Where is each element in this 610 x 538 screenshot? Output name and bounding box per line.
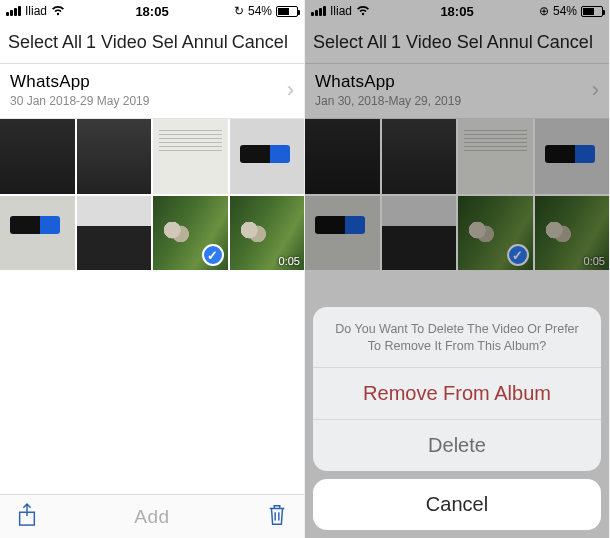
remove-from-album-button[interactable]: Remove From Album — [313, 368, 601, 420]
right-screen: Iliad 18:05 ⊕ 54% Select All 1 Video Sel… — [305, 0, 610, 538]
bottom-toolbar: Add — [0, 494, 304, 538]
video-thumbnail-selected[interactable]: ✓ — [153, 196, 228, 271]
carrier-label: Iliad — [25, 4, 47, 18]
photo-thumbnail[interactable] — [0, 196, 75, 271]
annul-button[interactable]: Annul — [487, 32, 533, 53]
wifi-icon — [51, 4, 65, 19]
video-thumbnail[interactable]: 0:05 — [535, 196, 610, 271]
nav-bar: Select All 1 Video Sel Annul Cancel — [0, 22, 304, 64]
cancel-button[interactable]: Cancel — [232, 32, 288, 53]
photo-thumbnail[interactable] — [382, 119, 457, 194]
add-to-button[interactable]: Add — [134, 506, 169, 528]
clock: 18:05 — [440, 4, 473, 19]
album-header[interactable]: WhatsApp 30 Jan 2018-29 May 2019 › — [0, 64, 304, 119]
status-bar: Iliad 18:05 ↻ 54% — [0, 0, 304, 22]
chevron-right-icon: › — [592, 77, 599, 103]
selection-count: 1 Video Sel — [391, 32, 483, 53]
trash-button[interactable] — [266, 502, 288, 532]
sheet-message: Do You Want To Delete The Video Or Prefe… — [313, 307, 601, 368]
battery-icon — [276, 6, 298, 17]
status-bar: Iliad 18:05 ⊕ 54% — [305, 0, 609, 22]
photo-thumbnail[interactable] — [458, 119, 533, 194]
rotation-lock-icon: ↻ — [234, 4, 244, 18]
photo-thumbnail[interactable] — [0, 119, 75, 194]
nav-bar: Select All 1 Video Sel Annul Cancel — [305, 22, 609, 64]
album-header[interactable]: WhatsApp Jan 30, 2018-May 29, 2019 › — [305, 64, 609, 119]
album-date-range: 30 Jan 2018-29 May 2019 — [10, 94, 149, 108]
left-screen: Iliad 18:05 ↻ 54% Select All 1 Video Sel… — [0, 0, 305, 538]
select-all-button[interactable]: Select All — [313, 32, 387, 53]
photo-thumbnail[interactable] — [153, 119, 228, 194]
selected-check-icon: ✓ — [202, 244, 224, 266]
video-duration: 0:05 — [279, 255, 300, 267]
album-date-range: Jan 30, 2018-May 29, 2019 — [315, 94, 461, 108]
signal-icon — [6, 6, 21, 16]
video-duration: 0:05 — [584, 255, 605, 267]
photo-thumbnail[interactable] — [77, 119, 152, 194]
carrier-label: Iliad — [330, 4, 352, 18]
delete-action-sheet: Do You Want To Delete The Video Or Prefe… — [313, 307, 601, 530]
selection-count: 1 Video Sel — [86, 32, 178, 53]
photo-thumbnail[interactable] — [230, 119, 305, 194]
battery-icon — [581, 6, 603, 17]
album-title: WhatsApp — [10, 72, 149, 92]
album-title: WhatsApp — [315, 72, 461, 92]
thumbnail-grid: ✓ 0:05 — [305, 119, 609, 270]
share-button[interactable] — [16, 502, 38, 532]
delete-button[interactable]: Delete — [313, 420, 601, 471]
video-thumbnail-selected[interactable]: ✓ — [458, 196, 533, 271]
chevron-right-icon: › — [287, 77, 294, 103]
selected-check-icon: ✓ — [507, 244, 529, 266]
sheet-cancel-button[interactable]: Cancel — [313, 479, 601, 530]
select-all-button[interactable]: Select All — [8, 32, 82, 53]
wifi-icon — [356, 4, 370, 19]
video-thumbnail[interactable]: 0:05 — [230, 196, 305, 271]
cancel-button[interactable]: Cancel — [537, 32, 593, 53]
photo-thumbnail[interactable] — [77, 196, 152, 271]
battery-pct: 54% — [553, 4, 577, 18]
alarm-icon: ⊕ — [539, 4, 549, 18]
thumbnail-grid: ✓ 0:05 — [0, 119, 304, 270]
photo-thumbnail[interactable] — [305, 196, 380, 271]
clock: 18:05 — [135, 4, 168, 19]
photo-thumbnail[interactable] — [535, 119, 610, 194]
battery-pct: 54% — [248, 4, 272, 18]
annul-button[interactable]: Annul — [182, 32, 228, 53]
signal-icon — [311, 6, 326, 16]
photo-thumbnail[interactable] — [305, 119, 380, 194]
photo-thumbnail[interactable] — [382, 196, 457, 271]
